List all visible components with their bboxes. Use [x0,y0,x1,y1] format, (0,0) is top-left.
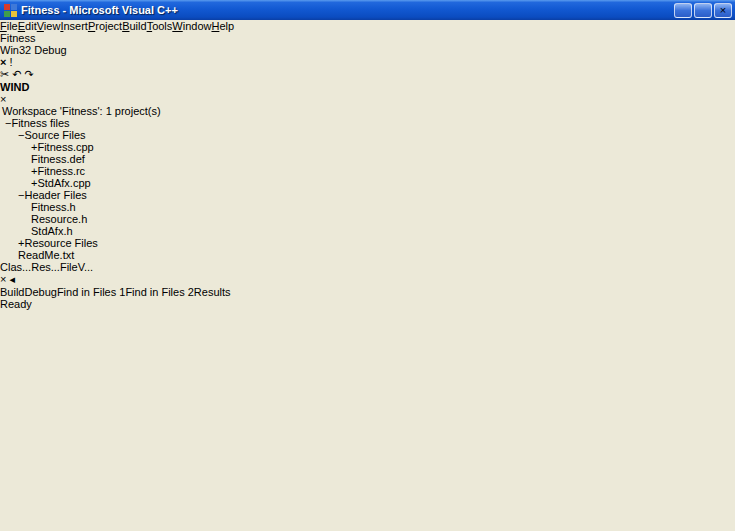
menu-insert[interactable]: Insert [60,20,88,32]
tree-item-label: Source Files [24,129,85,141]
close-icon: × [0,273,6,285]
tree-item-label: Resource.h [31,213,87,225]
undo-icon: ↶ [12,68,21,80]
tab-label: Res... [31,261,60,273]
tree-item-resource-h[interactable]: Resource.h [0,213,735,225]
output-collapse-button[interactable]: ◂ [10,273,16,285]
stop-build-button[interactable]: × [0,56,6,68]
tree-item-label: Workspace 'Fitness': 1 project(s) [2,105,161,117]
tree-item-label: Fitness.rc [37,165,85,177]
main-area: × Workspace 'Fitness': 1 project(s)−Fitn… [0,93,735,273]
close-icon: × [720,4,726,16]
tree-item-fitness-cpp[interactable]: +Fitness.cpp [0,141,735,153]
tree-item-label: ReadMe.txt [18,249,74,261]
app-icon [4,4,17,17]
tree-item-resource-files[interactable]: +Resource Files [0,237,735,249]
tree-item-label: StdAfx.h [31,225,73,237]
project-combo[interactable]: Fitness [0,32,75,44]
output-tabs: BuildDebugFind in Files 1Find in Files 2… [0,286,735,298]
tree-item-stdafx-cpp[interactable]: +StdAfx.cpp [0,177,735,189]
file-tree: Workspace 'Fitness': 1 project(s)−Fitnes… [0,105,735,261]
tab-find-in-files-2[interactable]: Find in Files 2 [125,286,193,298]
tab-fileview[interactable]: FileV... [60,261,93,273]
output-body: BuildDebugFind in Files 1Find in Files 2… [0,286,735,298]
standard-toolbar: ✂ ↶ ↷ WIND [0,68,735,93]
tab-find-in-files-1[interactable]: Find in Files 1 [57,286,125,298]
project-combo-value: Fitness [0,32,35,44]
redo-button[interactable]: ↷ [25,68,34,80]
workspace-pane: × Workspace 'Fitness': 1 project(s)−Fitn… [0,93,735,273]
tab-build[interactable]: Build [0,286,24,298]
tree-item-fitness-files[interactable]: −Fitness files [0,117,735,129]
close-icon: × [0,93,6,105]
tree-item-fitness-rc[interactable]: +Fitness.rc [0,165,735,177]
workspace-tabs: Clas...Res...FileV... [0,261,735,273]
workspace-grip[interactable]: × [0,93,735,105]
menu-project[interactable]: Project [88,20,122,32]
workspace-close-button[interactable]: × [0,93,6,105]
menu-help[interactable]: Help [211,20,234,32]
tree-item-label: Fitness files [11,117,69,129]
statusbar: Ready [0,298,735,310]
tree-item-label: StdAfx.cpp [37,177,90,189]
menu-tools[interactable]: Tools [147,20,173,32]
menu-edit[interactable]: Edit [18,20,37,32]
tree-item-stdafx-h[interactable]: StdAfx.h [0,225,735,237]
titlebar[interactable]: Fitness - Microsoft Visual C++ × [0,0,735,20]
minimize-button[interactable] [674,3,692,18]
tab-label: Clas... [0,261,31,273]
configuration-combo-value: Win32 Debug [0,44,67,56]
tree-item-label: Fitness.cpp [37,141,93,153]
cut-button[interactable]: ✂ [0,68,9,80]
output-tab-bar: BuildDebugFind in Files 1Find in Files 2… [0,286,735,298]
tree-item-workspace-fitness-1-project-s[interactable]: Workspace 'Fitness': 1 project(s) [0,105,735,117]
menu-view[interactable]: View [37,20,61,32]
output-window: × ◂ BuildDebugFind in Files 1Find in Fil… [0,273,735,298]
collapse-icon: ◂ [10,273,16,285]
tab-classview[interactable]: Clas... [0,261,31,273]
find-combo-value: WIND [0,81,29,93]
menubar: FileEditViewInsertProjectBuildToolsWindo… [0,20,735,32]
tree-item-fitness-h[interactable]: Fitness.h [0,201,735,213]
configuration-combo[interactable]: Win32 Debug [0,44,160,56]
app-window: Fitness - Microsoft Visual C++ × FileEdi… [0,0,735,531]
tree-item-label: Fitness.h [31,201,76,213]
execute-button[interactable]: ! [10,56,13,68]
tab-results[interactable]: Results [194,286,231,298]
tab-debug[interactable]: Debug [24,286,56,298]
undo-button[interactable]: ↶ [12,68,21,80]
execute-icon: ! [10,56,13,68]
output-close-button[interactable]: × [0,273,6,285]
tree-item-fitness-def[interactable]: Fitness.def [0,153,735,165]
window-title: Fitness - Microsoft Visual C++ [21,4,672,16]
menu-file[interactable]: File [0,20,18,32]
tree-item-label: Fitness.def [31,153,85,165]
tab-label: FileV... [60,261,93,273]
close-button[interactable]: × [714,3,732,18]
tree-item-label: Resource Files [24,237,97,249]
menu-build[interactable]: Build [122,20,146,32]
tree-item-readme-txt[interactable]: ReadMe.txt [0,249,735,261]
tree-item-source-files[interactable]: −Source Files [0,129,735,141]
restore-button[interactable] [694,3,712,18]
tab-resourceview[interactable]: Res... [31,261,60,273]
redo-icon: ↷ [25,68,34,80]
tree-item-header-files[interactable]: −Header Files [0,189,735,201]
find-combo[interactable]: WIND [0,81,140,93]
output-grip[interactable]: × ◂ [0,273,735,286]
tree-item-label: Header Files [24,189,86,201]
build-toolbar: Fitness Win32 Debug × ! [0,32,735,68]
status-text: Ready [0,298,32,310]
stop-build-icon: × [0,56,6,68]
cut-icon: ✂ [0,68,9,80]
menu-window[interactable]: Window [172,20,211,32]
